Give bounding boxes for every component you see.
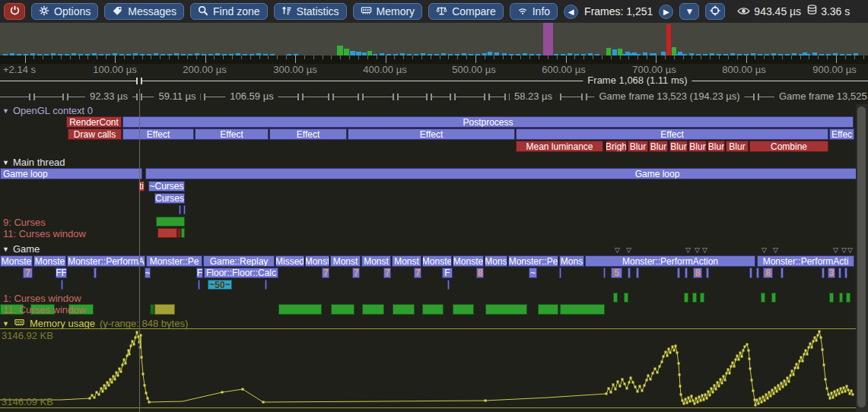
memory-data-point xyxy=(832,397,835,399)
memory-data-point xyxy=(803,353,806,356)
memory-data-point xyxy=(744,346,746,348)
memory-data-point xyxy=(680,394,682,396)
memory-data-point xyxy=(145,392,148,395)
memory-data-point xyxy=(98,394,100,396)
memory-data-point xyxy=(844,391,847,393)
memory-data-point xyxy=(838,393,841,395)
memory-data-point xyxy=(776,391,778,393)
memory-data-point xyxy=(114,379,116,381)
memory-data-point xyxy=(767,398,769,400)
memory-data-point xyxy=(691,395,693,398)
memory-data-point xyxy=(628,382,631,384)
memory-data-point xyxy=(724,379,727,382)
memory-data-point xyxy=(672,346,674,348)
memory-data-point xyxy=(683,403,685,405)
memory-data-point xyxy=(641,390,644,392)
memory-data-point xyxy=(657,372,659,374)
memory-data-point xyxy=(733,366,736,368)
memory-data-point xyxy=(654,368,657,370)
memory-data-point xyxy=(748,350,750,352)
memory-data-point xyxy=(647,375,650,377)
memory-data-point xyxy=(711,388,713,390)
memory-data-point xyxy=(829,398,831,400)
memory-data-point xyxy=(694,403,696,405)
memory-data-point xyxy=(788,381,790,383)
memory-data-point xyxy=(129,353,131,356)
memory-data-point xyxy=(615,388,617,391)
memory-data-point xyxy=(849,393,851,395)
memory-data-point xyxy=(663,356,665,358)
memory-data-point xyxy=(659,366,661,368)
memory-data-point xyxy=(706,398,708,400)
memory-data-point xyxy=(624,383,626,385)
memory-data-point xyxy=(122,364,124,366)
vertical-scrollbar[interactable] xyxy=(856,104,868,412)
memory-data-point xyxy=(768,391,771,394)
memory-data-point xyxy=(678,363,680,365)
memory-data-point xyxy=(612,384,615,386)
memory-data-point xyxy=(120,371,122,373)
memory-data-point xyxy=(749,358,751,360)
memory-data-point xyxy=(802,360,804,363)
memory-data-point xyxy=(697,401,699,404)
memory-data-point xyxy=(715,388,717,391)
memory-data-point xyxy=(695,398,698,400)
memory-data-point xyxy=(752,390,755,392)
memory-data-point xyxy=(632,382,634,384)
memory-data-point xyxy=(796,363,798,366)
memory-data-point xyxy=(128,350,130,352)
memory-data-point xyxy=(746,344,749,346)
memory-data-point xyxy=(665,351,667,353)
scrollbar-thumb[interactable] xyxy=(857,106,866,407)
memory-data-point xyxy=(617,381,619,383)
memory-data-point xyxy=(701,395,704,397)
memory-data-point xyxy=(116,372,118,374)
memory-data-point xyxy=(105,388,107,390)
memory-data-point xyxy=(825,379,827,381)
memory-data-point xyxy=(123,359,126,361)
memory-data-point xyxy=(843,387,845,389)
memory-data-point xyxy=(644,385,646,387)
memory-data-point xyxy=(811,347,813,349)
memory-data-point xyxy=(794,367,796,369)
memory-data-point xyxy=(777,385,780,387)
memory-data-point xyxy=(686,402,688,404)
memory-data-point xyxy=(852,394,854,396)
memory-data-point xyxy=(727,369,730,371)
memory-max-label: 3146.92 KB xyxy=(2,330,53,341)
memory-data-point xyxy=(646,379,648,382)
memory-data-point xyxy=(758,403,760,405)
memory-data-point xyxy=(835,395,838,397)
memory-data-point xyxy=(110,379,112,381)
memory-data-point xyxy=(793,374,795,376)
memory-data-point xyxy=(840,388,842,390)
memory-data-point xyxy=(717,382,719,384)
memory-min-label: 3146.09 KB xyxy=(2,396,53,407)
memory-data-point xyxy=(679,385,682,388)
memory-data-point xyxy=(712,391,714,394)
memory-data-point xyxy=(846,385,848,388)
memory-data-point xyxy=(773,393,775,395)
lock-label: 9: Curses xyxy=(3,217,46,228)
memory-data-point xyxy=(626,388,628,390)
memory-data-point xyxy=(103,385,106,387)
memory-data-point xyxy=(812,341,815,343)
memory-data-point xyxy=(826,388,828,390)
memory-data-point xyxy=(770,395,772,398)
memory-data-point xyxy=(779,388,781,391)
memory-data-point xyxy=(729,372,731,375)
memory-data-point xyxy=(714,385,716,387)
lock-label: 11: Curses window xyxy=(3,228,86,239)
memory-data-point xyxy=(739,352,742,354)
lock-label: 11: Curses window xyxy=(3,304,86,315)
memory-data-point xyxy=(141,357,143,359)
memory-data-point xyxy=(732,362,734,364)
memory-data-point xyxy=(242,388,244,391)
memory-data-point xyxy=(820,337,822,339)
memory-data-point xyxy=(808,347,810,349)
memory-data-point xyxy=(485,400,487,402)
memory-data-point xyxy=(761,401,763,404)
memory-usage-plot[interactable] xyxy=(0,0,868,412)
memory-data-point xyxy=(262,401,265,404)
memory-data-point xyxy=(125,363,127,365)
